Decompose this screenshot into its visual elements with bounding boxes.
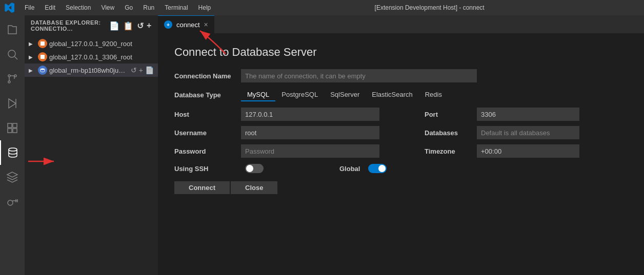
username-label: Username bbox=[174, 129, 241, 137]
tree-item-2-actions: ↺ + 📄 bbox=[131, 66, 154, 74]
db-tab-redis[interactable]: Redis bbox=[419, 89, 448, 101]
ssh-global-row: Using SSH Global bbox=[174, 164, 628, 173]
host-input[interactable] bbox=[241, 108, 379, 121]
connect-button[interactable]: Connect bbox=[174, 181, 230, 194]
vscode-logo bbox=[4, 3, 14, 13]
global-label: Global bbox=[339, 165, 360, 173]
svg-line-1 bbox=[15, 57, 18, 60]
activity-database[interactable] bbox=[0, 140, 25, 165]
sidebar-add-icon[interactable]: + bbox=[147, 21, 152, 30]
tree-arrow-1: ▶ bbox=[29, 54, 36, 60]
fields-table: Host Port Username Databases Password bbox=[174, 108, 628, 158]
tree-refresh-icon[interactable]: ↺ bbox=[131, 66, 137, 74]
connection-name-row: Connection Name bbox=[174, 69, 628, 82]
tab-connect-icon: + bbox=[164, 20, 172, 29]
db-tab-elasticsearch[interactable]: ElasticSearch bbox=[366, 89, 418, 101]
db-tab-postgresql[interactable]: PostgreSQL bbox=[275, 89, 324, 101]
svg-rect-9 bbox=[13, 123, 17, 128]
connect-tab[interactable]: + connect × bbox=[158, 15, 214, 33]
activity-run[interactable] bbox=[0, 91, 25, 116]
sidebar-new-file-icon[interactable]: 📄 bbox=[109, 21, 120, 31]
form-title: Connect to Database Server bbox=[174, 46, 628, 59]
close-button[interactable]: Close bbox=[231, 181, 277, 194]
menu-go[interactable]: Go bbox=[123, 3, 135, 12]
tree-file-icon[interactable]: 📄 bbox=[145, 66, 154, 74]
sidebar-tree: ▶ global_127.0.0.1_9200_root ▶ global_12… bbox=[25, 36, 158, 275]
menu-view[interactable]: View bbox=[99, 3, 116, 12]
activity-bar bbox=[0, 15, 25, 275]
sidebar-new-folder-icon[interactable]: 📋 bbox=[123, 21, 134, 31]
menu-help[interactable]: Help bbox=[196, 3, 213, 12]
sidebar-header: DATABASE EXPLORER: CONNECTIO... 📄 📋 ↺ + bbox=[25, 15, 158, 36]
tab-close-button[interactable]: × bbox=[204, 20, 208, 29]
db-tabs: MySQL PostgreSQL SqlServer ElasticSearch… bbox=[241, 89, 448, 101]
activity-key[interactable] bbox=[0, 189, 25, 214]
tree-item-2[interactable]: ▶ global_rm-bp1t08wh0ju34477ywo.... ↺ + … bbox=[25, 64, 158, 77]
database-type-row: Database Type MySQL PostgreSQL SqlServer… bbox=[174, 89, 628, 101]
activity-layers[interactable] bbox=[0, 165, 25, 189]
database-type-label: Database Type bbox=[174, 91, 241, 99]
tree-arrow-2: ▶ bbox=[29, 68, 36, 73]
db-tab-mysql[interactable]: MySQL bbox=[241, 89, 275, 101]
tree-label-0: global_127.0.0.1_9200_root bbox=[49, 40, 154, 48]
port-label: Port bbox=[420, 111, 477, 118]
menu-run[interactable]: Run bbox=[141, 3, 156, 12]
ssh-toggle[interactable] bbox=[245, 164, 264, 173]
tab-label: connect bbox=[176, 21, 200, 29]
menu-file[interactable]: File bbox=[23, 3, 36, 12]
timezone-label: Timezone bbox=[420, 147, 477, 155]
content-area: Connect to Database Server Connection Na… bbox=[158, 33, 644, 275]
password-timezone-row: Password Timezone bbox=[174, 144, 628, 158]
sidebar-title: DATABASE EXPLORER: CONNECTIO... bbox=[31, 19, 109, 32]
svg-point-4 bbox=[8, 81, 10, 83]
menu-terminal[interactable]: Terminal bbox=[163, 3, 190, 12]
global-toggle[interactable] bbox=[368, 164, 387, 173]
activity-extensions[interactable] bbox=[0, 116, 25, 140]
username-databases-row: Username Databases bbox=[174, 126, 628, 139]
sidebar: DATABASE EXPLORER: CONNECTIO... 📄 📋 ↺ + … bbox=[25, 15, 158, 275]
tree-add-icon[interactable]: + bbox=[139, 66, 143, 74]
tab-bar: + connect × bbox=[158, 15, 644, 33]
tree-label-2: global_rm-bp1t08wh0ju34477ywo.... bbox=[49, 67, 129, 74]
svg-point-14 bbox=[8, 200, 13, 205]
tree-arrow-0: ▶ bbox=[29, 41, 36, 47]
action-buttons: Connect Close bbox=[174, 181, 628, 194]
db-tab-sqlserver[interactable]: SqlServer bbox=[324, 89, 366, 101]
svg-point-0 bbox=[8, 50, 15, 57]
tree-icon-2 bbox=[38, 66, 47, 75]
activity-source-control[interactable] bbox=[0, 67, 25, 91]
svg-point-2 bbox=[8, 75, 10, 77]
svg-point-12 bbox=[9, 148, 17, 151]
menu-edit[interactable]: Edit bbox=[43, 3, 57, 12]
svg-rect-10 bbox=[8, 129, 12, 133]
username-input[interactable] bbox=[241, 126, 379, 139]
svg-point-18 bbox=[41, 69, 45, 70]
timezone-input[interactable] bbox=[477, 144, 579, 158]
svg-marker-6 bbox=[9, 99, 16, 108]
menu-selection[interactable]: Selection bbox=[64, 3, 93, 12]
password-label: Password bbox=[174, 147, 241, 155]
using-ssh-label: Using SSH bbox=[174, 165, 241, 173]
sidebar-header-icons: 📄 📋 ↺ + bbox=[109, 21, 152, 31]
tree-item-1[interactable]: ▶ global_127.0.0.1_3306_root bbox=[25, 50, 158, 64]
menu-bar: File Edit Selection View Go Run Terminal… bbox=[0, 0, 644, 15]
host-label: Host bbox=[174, 111, 241, 118]
tree-label-1: global_127.0.0.1_3306_root bbox=[49, 53, 154, 61]
connection-name-input[interactable] bbox=[241, 69, 477, 82]
main-layout: DATABASE EXPLORER: CONNECTIO... 📄 📋 ↺ + … bbox=[0, 15, 644, 275]
activity-explorer[interactable] bbox=[0, 17, 25, 42]
sidebar-refresh-icon[interactable]: ↺ bbox=[137, 21, 144, 31]
activity-search[interactable] bbox=[0, 42, 25, 67]
tree-item-0[interactable]: ▶ global_127.0.0.1_9200_root bbox=[25, 37, 158, 50]
svg-rect-11 bbox=[13, 129, 17, 133]
editor-area: + connect × Connect to Database Server C… bbox=[158, 15, 644, 275]
port-input[interactable] bbox=[477, 108, 579, 121]
tree-icon-1 bbox=[38, 52, 47, 61]
databases-input[interactable] bbox=[477, 126, 579, 139]
password-input[interactable] bbox=[241, 144, 379, 158]
connection-name-label: Connection Name bbox=[174, 72, 241, 80]
tree-icon-0 bbox=[38, 39, 47, 48]
svg-rect-8 bbox=[8, 123, 12, 128]
host-port-row: Host Port bbox=[174, 108, 628, 121]
svg-marker-13 bbox=[7, 172, 17, 177]
